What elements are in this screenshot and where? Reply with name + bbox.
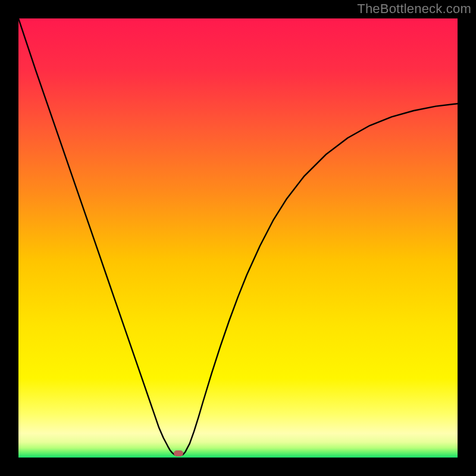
bottleneck-curve [18,18,458,458]
chart-frame: TheBottleneck.com [0,0,476,476]
watermark-text: TheBottleneck.com [357,1,471,17]
plot-area [18,18,458,458]
optimum-marker [174,450,183,456]
